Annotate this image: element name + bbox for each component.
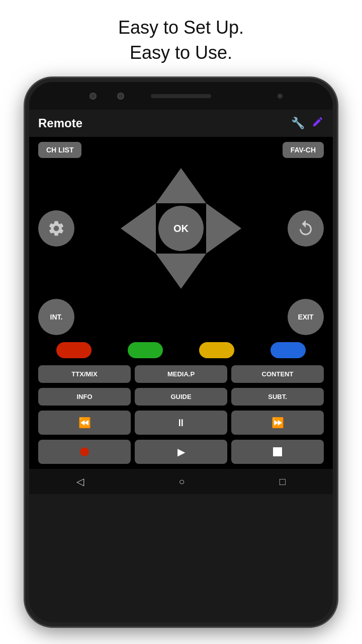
fav-ch-button[interactable]: FAV-CH [283,142,324,158]
app-title: Remote [38,116,82,130]
app-bar-icons: 🔧 [291,116,324,131]
ok-button[interactable]: OK [158,206,204,251]
content-button[interactable]: CONTENT [231,365,324,383]
play-button[interactable]: ▶ [135,440,227,464]
blue-button[interactable] [270,342,306,358]
back-nav-icon[interactable]: ◁ [76,475,84,488]
ttx-mix-button[interactable]: TTX/MIX [38,365,131,383]
dpad-up-button[interactable] [156,168,206,203]
phone-frame: Remote 🔧 CH LIST FAV-CH [25,78,337,626]
ch-list-button[interactable]: CH LIST [38,142,81,158]
subt-button[interactable]: SUBT. [231,388,324,406]
edit-icon[interactable] [312,116,324,131]
function-buttons-row2: INFO GUIDE SUBT. [38,388,324,406]
volume-button[interactable] [335,193,337,223]
dpad-down-button[interactable] [156,254,206,289]
exit-button[interactable]: EXIT [288,299,324,335]
int-exit-row: INT. EXIT [38,299,324,335]
camera-left [89,93,97,100]
header-line1: Easy to Set Up. [0,15,362,40]
dpad-left-button[interactable] [121,203,156,254]
pause-button[interactable]: ⏸ [135,411,227,435]
color-buttons-row [38,340,324,360]
top-row: CH LIST FAV-CH [38,142,324,158]
stop-button[interactable] [231,440,324,464]
guide-button[interactable]: GUIDE [135,388,227,406]
phone-bottom-nav: ◁ ○ □ [29,469,333,494]
header-section: Easy to Set Up. Easy to Use. [0,0,362,76]
dpad: OK [121,168,241,289]
record-button[interactable] [38,440,131,464]
dpad-right-button[interactable] [206,203,241,254]
dpad-area: OK [38,163,324,294]
media-p-button[interactable]: MEDIA.P [135,365,227,383]
speaker-bar [151,94,211,98]
wrench-icon[interactable]: 🔧 [291,117,305,130]
yellow-button[interactable] [199,342,234,358]
red-button[interactable] [56,342,92,358]
function-buttons-row1: TTX/MIX MEDIA.P CONTENT [38,365,324,383]
media-controls-row: ⏪ ⏸ ⏩ [38,411,324,435]
green-button[interactable] [128,342,163,358]
home-nav-icon[interactable]: ○ [178,476,185,488]
int-button[interactable]: INT. [38,299,74,335]
recent-nav-icon[interactable]: □ [280,476,286,488]
app-bar: Remote 🔧 [29,110,333,137]
remote-body: CH LIST FAV-CH OK [29,137,333,469]
stop-square [273,447,282,456]
settings-button[interactable] [38,210,74,247]
front-camera [278,94,283,99]
camera-right [117,93,124,100]
phone-top-bar [29,82,333,110]
rewind-button[interactable]: ⏪ [38,411,131,435]
record-row: ▶ [38,440,324,464]
header-line2: Easy to Use. [0,40,362,65]
record-dot [80,447,89,456]
info-button[interactable]: INFO [38,388,131,406]
fast-forward-button[interactable]: ⏩ [231,411,324,435]
back-replay-button[interactable] [288,210,324,247]
